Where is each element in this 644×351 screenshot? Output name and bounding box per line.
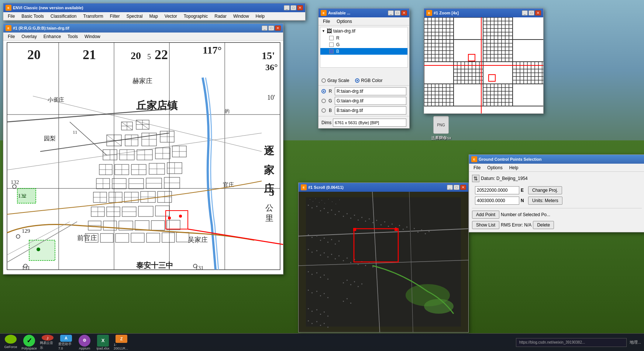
tree-item-b[interactable]: B [320, 48, 407, 55]
svg-rect-344 [338, 255, 340, 256]
b-input[interactable] [335, 106, 406, 115]
radio-r[interactable] [321, 89, 326, 93]
svg-text:5: 5 [147, 52, 151, 61]
tree-checkbox-b[interactable] [329, 49, 334, 54]
radio-grayscale-btn[interactable] [321, 78, 326, 83]
svg-rect-343 [335, 258, 336, 259]
menu-basic-tools[interactable]: Basic Tools [18, 13, 47, 20]
scroll-minimize[interactable]: _ [447, 185, 453, 190]
gcp-delete-btn[interactable]: Delete [533, 221, 554, 229]
menu-help[interactable]: Help [253, 13, 268, 20]
gcp-n-input[interactable] [475, 197, 519, 205]
svg-rect-355 [311, 274, 313, 275]
radio-g[interactable] [321, 99, 326, 103]
radio-b[interactable] [321, 108, 326, 113]
svg-rect-356 [316, 272, 317, 273]
envi-main-close[interactable]: ✕ [297, 5, 303, 10]
taskbar-zip[interactable]: Z 1-20011R... [114, 335, 129, 350]
taskbar-netease[interactable]: ♪ 网易云音乐 [40, 335, 55, 350]
scroll-maximize[interactable]: □ [454, 185, 459, 190]
zoom-close[interactable]: ✕ [535, 10, 541, 16]
gcp-e-label: E [521, 188, 527, 193]
gcp-content: ⇅ Datum: D_Beijing_1954 E Change Proj. N… [469, 172, 644, 232]
menu-file[interactable]: File [5, 13, 18, 20]
menu-map[interactable]: Map [146, 13, 161, 20]
dims-input[interactable] [333, 119, 406, 127]
taian-menu-enhance[interactable]: Enhance [41, 33, 64, 40]
file-tree[interactable]: ▼ 🖼 taian-drg.tif R G B [320, 27, 408, 68]
color-mode-group: Gray Scale RGB Color [318, 76, 409, 85]
gcp-menu-file[interactable]: File [471, 164, 483, 171]
map-display-area[interactable]: 20 21 20 5 22 117° 15' 36° 10' 逐 家 庄 3 公… [3, 41, 283, 273]
url-text: https://blog.csdn.net/weixin_39190382... [519, 340, 585, 344]
svg-rect-359 [327, 279, 328, 280]
scroll-close[interactable]: ✕ [460, 185, 466, 190]
g-input[interactable] [335, 97, 406, 105]
taskbar-polyspace[interactable]: ✓ Polyspace [21, 335, 37, 350]
radio-rgb[interactable]: RGB Color [355, 78, 382, 83]
svg-rect-326 [428, 231, 430, 232]
menu-radar[interactable]: Radar [211, 13, 230, 20]
tree-label-r: R [336, 35, 340, 41]
gcp-e-input[interactable] [475, 186, 519, 194]
svg-rect-0 [3, 41, 283, 273]
tree-item-g[interactable]: G [320, 41, 407, 48]
gcp-menu-help[interactable]: Help [506, 164, 521, 171]
radio-g-btn[interactable] [321, 99, 326, 103]
gcp-units-btn[interactable]: Units: Meters [528, 197, 562, 205]
scroll-image[interactable] [299, 192, 468, 332]
envi-main-maximize[interactable]: □ [290, 5, 296, 10]
taian-menu-window[interactable]: Window [82, 33, 103, 40]
gcp-menu-options[interactable]: Options [484, 164, 505, 171]
tree-checkbox-r[interactable] [329, 36, 334, 40]
available-minimize[interactable]: _ [388, 10, 394, 16]
svg-rect-287 [319, 202, 320, 203]
radio-r-btn[interactable] [321, 89, 326, 93]
radio-b-btn[interactable] [321, 108, 326, 113]
zip-label: 1-20011R... [114, 343, 129, 350]
tree-checkbox-g[interactable] [329, 42, 334, 47]
radio-grayscale[interactable]: Gray Scale [321, 78, 349, 83]
taskbar-geforce[interactable]: GeForce [3, 335, 18, 350]
menu-transform[interactable]: Transform [80, 13, 106, 20]
r-input[interactable] [335, 87, 406, 95]
zoom-image[interactable] [424, 17, 543, 113]
radio-rgb-btn[interactable] [355, 78, 359, 83]
taian-close[interactable]: ✕ [275, 25, 281, 31]
taskbar-ipad[interactable]: X ipad.xlsx [95, 335, 111, 350]
zoom-maximize[interactable]: □ [528, 10, 534, 16]
scroll-envi-icon: E [301, 184, 307, 190]
menu-window[interactable]: Window [230, 13, 252, 20]
tree-item-r[interactable]: R [320, 35, 407, 41]
available-menu-file[interactable]: File [320, 18, 333, 25]
svg-rect-380 [327, 316, 328, 317]
taian-menu-file[interactable]: File [5, 33, 18, 40]
taskbar-aisi[interactable]: A 爱思助手7.0 [58, 335, 74, 350]
menu-filter[interactable]: Filter [107, 13, 123, 20]
gcp-sort-icon[interactable]: ⇅ [472, 175, 479, 182]
available-close[interactable]: ✕ [401, 10, 407, 16]
gcp-show-list-btn[interactable]: Show List [472, 221, 499, 229]
gcp-change-proj-btn[interactable]: Change Proj. [528, 186, 562, 194]
svg-rect-189 [513, 40, 543, 62]
available-menu-options[interactable]: Options [334, 18, 355, 25]
ipad-label: ipad.xlsx [96, 347, 109, 350]
taian-maximize[interactable]: □ [268, 25, 274, 31]
desktop-icon-8png[interactable]: PNG 8.png [426, 115, 456, 141]
gcp-add-point-btn[interactable]: Add Point [472, 211, 499, 219]
svg-rect-338 [316, 250, 317, 251]
envi-main-menubar: File Basic Tools Classification Transfor… [3, 12, 305, 20]
zoom-minimize[interactable]: _ [522, 10, 528, 16]
envi-main-minimize[interactable]: _ [284, 5, 290, 10]
menu-vector[interactable]: Vector [162, 13, 180, 20]
menu-classification[interactable]: Classification [48, 13, 80, 20]
menu-spectral[interactable]: Spectral [123, 13, 145, 20]
taian-menu-overlay[interactable]: Overlay [18, 33, 39, 40]
tree-root[interactable]: ▼ 🖼 taian-drg.tif [320, 27, 407, 35]
taian-menu-tools[interactable]: Tools [65, 33, 81, 40]
available-maximize[interactable]: □ [395, 10, 400, 16]
menu-topographic[interactable]: Topographic [181, 13, 211, 20]
taskbar-appium[interactable]: ⚙ Appium [77, 335, 92, 350]
svg-rect-246 [513, 84, 543, 106]
taian-minimize[interactable]: _ [262, 25, 268, 31]
